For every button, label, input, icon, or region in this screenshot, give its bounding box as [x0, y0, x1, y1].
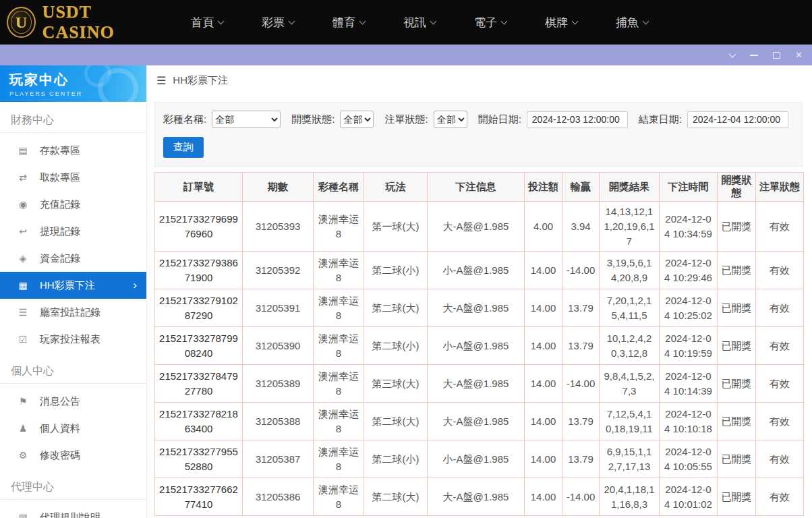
table-cell: -14.00	[562, 252, 600, 289]
table-cell: 第一球(大)	[364, 202, 428, 252]
sidebar-item[interactable]: ◉充值記錄	[0, 191, 146, 218]
start-date-input[interactable]	[527, 111, 628, 128]
sidebar-item-label: 資金記錄	[40, 252, 80, 265]
table-cell: 31205387	[243, 440, 314, 478]
table-cell: 有效	[756, 289, 804, 327]
table-cell: 小-A盤@1.985	[428, 327, 525, 365]
sidebar-item[interactable]: ▦HH彩票下注›	[0, 272, 146, 299]
table-cell: 第二球(大)	[364, 289, 428, 327]
table-cell: 4.00	[525, 202, 562, 252]
chevron-down-icon	[572, 18, 579, 24]
draw-status-label: 開獎狀態:	[291, 113, 335, 126]
nav-item-label: 體育	[332, 15, 355, 30]
column-header: 開獎狀態	[718, 173, 756, 202]
table-cell: 14.00	[525, 440, 562, 478]
table-cell: 小-A盤@1.985	[428, 252, 525, 289]
table-cell: 2152173327910287290	[155, 289, 243, 327]
table-cell: 2152173327969976960	[155, 202, 243, 252]
chevron-down-icon[interactable]	[728, 50, 736, 57]
window-titlebar: ✕	[0, 45, 812, 65]
table-row: 215217332796997696031205393澳洲幸运8第一球(大)大-…	[155, 202, 804, 252]
table-cell: 澳洲幸运8	[314, 252, 364, 289]
table-cell: 澳洲幸运8	[314, 478, 364, 516]
order-status-label: 注單狀態:	[384, 113, 428, 126]
table-cell: 第二球(大)	[364, 403, 428, 440]
nav-item[interactable]: 體育	[332, 15, 365, 30]
nav-item[interactable]: 視訊	[403, 15, 436, 30]
draw-status-select[interactable]: 全部	[340, 111, 374, 128]
column-header: 訂單號	[155, 173, 243, 202]
table-cell: 14.00	[525, 289, 562, 327]
chevron-down-icon	[643, 18, 649, 24]
table-cell: 澳洲幸运8	[314, 440, 364, 478]
end-date-input[interactable]	[687, 111, 788, 128]
table-cell: 2152173327821863400	[155, 403, 243, 440]
minimize-icon[interactable]	[750, 55, 758, 56]
sidebar-item[interactable]: ◈資金記錄	[0, 245, 146, 272]
hamburger-menu-icon[interactable]: ☰	[156, 74, 166, 87]
column-header: 玩法	[364, 173, 428, 202]
search-button[interactable]: 查詢	[163, 137, 204, 158]
table-cell: 20,4,1,18,11,16,8,3	[600, 478, 660, 516]
sidebar-item-label: 存款專區	[40, 144, 80, 157]
funds-record-icon: ◈	[16, 253, 30, 264]
nav-item[interactable]: 棋牌	[545, 15, 577, 30]
sidebar-item[interactable]: ☰廳室投註記錄	[0, 299, 146, 326]
start-date-label: 開始日期:	[478, 113, 521, 126]
agent-rules-icon: ▧	[16, 512, 30, 518]
table-cell: 2024-12-04 10:34:59	[660, 202, 718, 252]
deposit-card-icon: ▤	[16, 145, 30, 156]
table-row: 215217332779555288031205387澳洲幸运8第二球(小)小-…	[155, 440, 804, 478]
chevron-down-icon	[501, 18, 508, 24]
table-cell: 2152173327795552880	[155, 440, 243, 478]
table-cell: 2024-12-04 10:01:02	[660, 478, 718, 516]
main-content: ☰ HH彩票下注 彩種名稱: 全部 開獎狀態: 全部 注單狀態: 全部 開始日期…	[146, 65, 812, 518]
sidebar-item[interactable]: ▤存款專區	[0, 137, 146, 164]
nav-item-label: 首頁	[191, 15, 214, 30]
nav-item[interactable]: 彩票	[262, 15, 294, 30]
order-status-select[interactable]: 全部	[434, 111, 467, 128]
sidebar-item[interactable]: ⚙修改密碼	[0, 442, 146, 469]
column-header: 彩種名稱	[314, 173, 364, 202]
nav-item-label: 電子	[474, 15, 497, 30]
nav-item[interactable]: 電子	[474, 15, 506, 30]
table-cell: 澳洲幸运8	[314, 403, 364, 440]
sidebar-item[interactable]: ♟個人資料	[0, 415, 146, 442]
table-cell: 澳洲幸运8	[314, 327, 364, 365]
logo-text: USDT CASINO	[42, 2, 158, 42]
table-cell: 第二球(小)	[364, 440, 428, 478]
sidebar-item[interactable]: ↩提現記錄	[0, 218, 146, 245]
table-cell: 31205389	[243, 365, 314, 403]
sidebar-header: 玩家中心 PLAYERS CENTER	[0, 65, 146, 102]
table-cell: 2152173327766277410	[155, 478, 243, 516]
table-cell: 澳洲幸运8	[314, 202, 364, 252]
sidebar-item[interactable]: ▧代理規則說明	[0, 504, 146, 518]
table-cell: 14.00	[525, 327, 562, 365]
close-icon[interactable]: ✕	[795, 51, 803, 59]
table-cell: 7,20,1,2,15,4,11,5	[600, 289, 660, 327]
nav-item[interactable]: 捕魚	[616, 15, 648, 30]
table-cell: 31205393	[243, 202, 314, 252]
nav-item-label: 捕魚	[616, 15, 639, 30]
lottery-type-select[interactable]: 全部	[212, 111, 281, 128]
table-cell: 大-A盤@1.985	[428, 403, 525, 440]
column-header: 下注時間	[660, 173, 718, 202]
profile-person-icon: ♟	[16, 423, 30, 434]
nav-item[interactable]: 首頁	[191, 15, 223, 30]
sidebar-item[interactable]: ☑玩家投注報表	[0, 326, 146, 353]
table-cell: 有效	[756, 365, 804, 403]
table-cell: 14.00	[525, 365, 562, 403]
sidebar-item[interactable]: ⇄取款專區	[0, 164, 146, 191]
sidebar-item[interactable]: ⚑消息公告	[0, 388, 146, 415]
bets-table: 訂單號期數彩種名稱玩法下注信息投注額輸贏開獎結果下注時間開獎狀態注單狀態 215…	[154, 172, 804, 516]
sidebar-section-label: 財務中心	[0, 102, 146, 133]
table-cell: 已開獎	[718, 327, 756, 365]
table-cell: 31205386	[243, 478, 314, 516]
table-row: 215217332782186340031205388澳洲幸运8第二球(大)大-…	[155, 403, 804, 440]
maximize-icon[interactable]	[773, 52, 780, 59]
chevron-down-icon	[289, 18, 295, 24]
sidebar-item-label: 代理規則說明	[40, 511, 100, 518]
page-title: HH彩票下注	[173, 74, 228, 87]
table-cell: 14,13,12,11,20,19,6,17	[600, 202, 660, 252]
table-cell: 31205390	[243, 327, 314, 365]
